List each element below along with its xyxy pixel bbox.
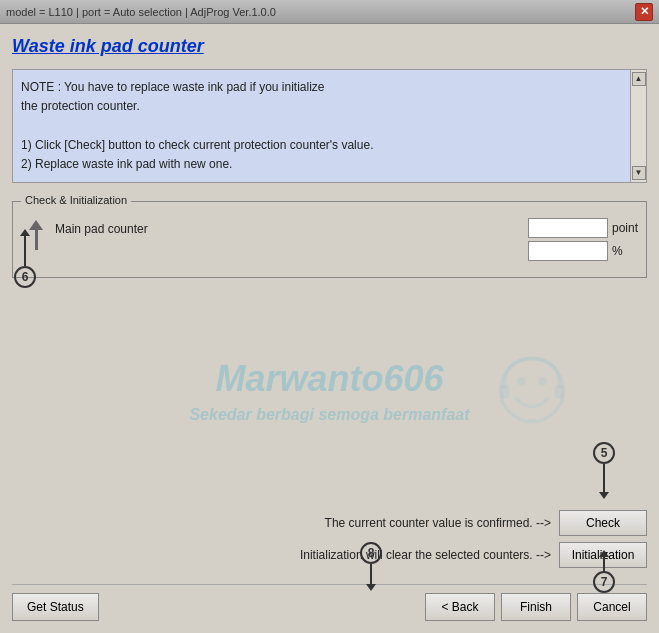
title-bar: model = L110 | port = Auto selection | A… [0,0,659,24]
scroll-down-arrow[interactable]: ▼ [632,166,646,180]
close-icon: ✕ [640,5,649,18]
init-status-text: Initialization will clear the selected c… [12,548,551,562]
point-input[interactable] [528,218,608,238]
annotation-5-circle: 5 [593,442,615,464]
annotation-6-circle: 6 [14,266,36,288]
status-area: The current counter value is confirmed. … [12,510,647,568]
watermark-tagline: Sekedar berbagi semoga bermanfaat [189,404,469,426]
back-button[interactable]: < Back [425,593,495,621]
annotation-8-arrow [366,584,376,591]
group-legend: Check & Initialization [21,194,131,206]
percent-input[interactable] [528,241,608,261]
get-status-button[interactable]: Get Status [12,593,99,621]
check-status-row: The current counter value is confirmed. … [12,510,647,536]
annotation-5-arrow [599,492,609,499]
svg-rect-3 [501,385,510,399]
input-group: point % [528,218,638,261]
init-status-row: Initialization will clear the selected c… [12,542,647,568]
title-bar-text: model = L110 | port = Auto selection | A… [6,6,276,18]
page-title: Waste ink pad counter [12,36,647,57]
annotation-6-line-up [24,236,26,266]
annotation-7-arrow [599,550,609,557]
annotation-7-group: 7 [593,550,615,593]
annotation-5-line [603,464,605,492]
annotation-6-group: 6 [14,229,36,288]
watermark-smiley [497,355,567,425]
annotation-7-circle: 7 [593,571,615,593]
annotation-6-arrow-up [20,229,30,236]
annotation-5-group: 5 [593,442,615,499]
annotation-8-circle: 8 [360,542,382,564]
svg-point-2 [538,377,547,386]
close-button[interactable]: ✕ [635,3,653,21]
percent-unit: % [612,244,623,258]
percent-row: % [528,241,623,261]
point-row: point [528,218,638,238]
cancel-button[interactable]: Cancel [577,593,647,621]
finish-button[interactable]: Finish [501,593,571,621]
note-scrollbar[interactable]: ▲ ▼ [630,70,646,182]
point-unit: point [612,221,638,235]
annotation-7-line [603,557,605,571]
note-text: NOTE : You have to replace waste ink pad… [21,78,618,174]
bottom-bar: Get Status < Back Finish Cancel [12,584,647,621]
watermark-area: Marwanto606 Sekedar berbagi semoga berma… [12,286,647,494]
watermark-content: Marwanto606 Sekedar berbagi semoga berma… [189,354,469,427]
window-content: Waste ink pad counter ▲ ▼ NOTE : You hav… [0,24,659,633]
annotation-8-group: 8 [360,542,382,591]
check-init-group: Check & Initialization Main pad counter … [12,201,647,278]
pad-counter-row: Main pad counter point % [21,210,638,269]
scroll-up-arrow[interactable]: ▲ [632,72,646,86]
pad-counter-label: Main pad counter [55,218,520,236]
note-box: ▲ ▼ NOTE : You have to replace waste ink… [12,69,647,183]
watermark-name: Marwanto606 [189,354,469,404]
svg-rect-4 [555,385,564,399]
check-button[interactable]: Check [559,510,647,536]
annotation-8-line [370,564,372,584]
check-status-text: The current counter value is confirmed. … [12,516,551,530]
svg-point-1 [517,377,526,386]
